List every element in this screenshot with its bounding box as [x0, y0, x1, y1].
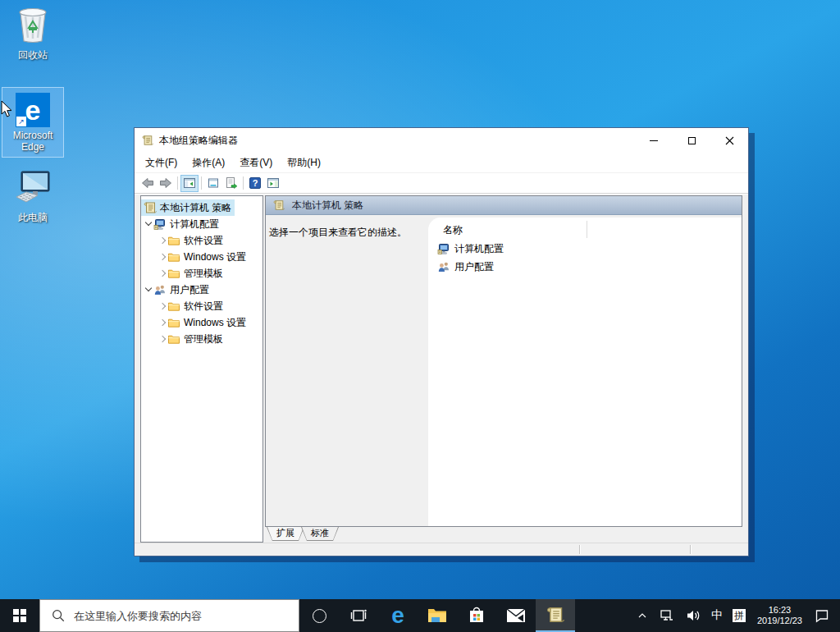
- list-item-computer-configuration[interactable]: 计算机配置: [437, 240, 504, 257]
- column-header-name[interactable]: 名称: [443, 223, 463, 237]
- ime-language-indicator[interactable]: 中: [706, 599, 728, 632]
- ime-mode-indicator[interactable]: 拼: [728, 599, 751, 632]
- menu-action[interactable]: 操作(A): [185, 153, 232, 173]
- title-bar[interactable]: 本地组策略编辑器: [135, 128, 748, 153]
- show-action-pane-button[interactable]: [264, 175, 282, 192]
- export-list-icon: [225, 176, 238, 190]
- console-tree-icon: [183, 176, 196, 190]
- list-item-user-configuration[interactable]: 用户配置: [437, 259, 494, 275]
- results-pane: 本地计算机 策略 选择一个项目来查看它的描述。 名称 计算机配置 用户配置: [265, 195, 742, 527]
- tree-item-computer-windows-settings[interactable]: Windows 设置: [141, 249, 249, 265]
- menu-help[interactable]: 帮助(H): [280, 153, 328, 173]
- back-arrow-icon: [141, 176, 154, 190]
- statusbar-divider: [690, 545, 691, 554]
- tree-item-computer-software-settings[interactable]: 软件设置: [141, 232, 226, 249]
- properties-icon: [207, 176, 220, 190]
- expand-chevron-icon[interactable]: [158, 334, 167, 344]
- tab-extended[interactable]: 扩展: [267, 527, 304, 541]
- start-button[interactable]: [0, 599, 39, 632]
- tree-item-user-software-settings[interactable]: 软件设置: [141, 298, 226, 314]
- tree-item-computer-configuration[interactable]: 计算机配置: [141, 216, 222, 232]
- taskbar-search-box[interactable]: [39, 599, 299, 632]
- toolbar-separator: [201, 176, 202, 190]
- desktop-icon-this-pc[interactable]: 此电脑: [2, 169, 64, 223]
- user-config-icon: [153, 283, 167, 296]
- menu-file[interactable]: 文件(F): [138, 153, 185, 173]
- window-client-area: 本地计算机 策略 计算机配置 软件设置: [135, 195, 748, 556]
- chevron-up-icon: [636, 609, 649, 622]
- forward-arrow-icon: [159, 176, 172, 190]
- action-pane-icon: [267, 176, 280, 190]
- computer-config-icon: [437, 242, 450, 255]
- minimize-button[interactable]: [635, 128, 673, 153]
- search-input[interactable]: [74, 610, 279, 622]
- gpedit-icon: [546, 606, 564, 624]
- console-tree-panel[interactable]: 本地计算机 策略 计算机配置 软件设置: [140, 195, 263, 543]
- close-icon: [725, 136, 734, 145]
- results-header-title: 本地计算机 策略: [292, 199, 363, 213]
- taskbar-gpedit-button[interactable]: [536, 599, 575, 632]
- tab-standard[interactable]: 标准: [301, 527, 339, 541]
- help-button[interactable]: [246, 175, 264, 192]
- export-list-button[interactable]: [222, 175, 240, 192]
- recycle-bin-icon: [14, 3, 52, 44]
- taskbar-store-button[interactable]: [457, 599, 496, 632]
- folder-icon: [167, 267, 180, 280]
- back-button[interactable]: [139, 175, 157, 192]
- clock[interactable]: 16:23 2019/12/23: [751, 605, 809, 626]
- desktop[interactable]: 回收站 e ↗ Microsoft Edge 此电脑 本地组策略编辑器: [0, 0, 840, 632]
- this-pc-icon: [13, 169, 52, 207]
- cortana-button[interactable]: [299, 599, 339, 632]
- user-config-icon: [437, 260, 450, 273]
- menu-bar: 文件(F) 操作(A) 查看(V) 帮助(H): [135, 153, 748, 173]
- show-console-tree-button[interactable]: [180, 175, 199, 192]
- network-status-button[interactable]: [654, 599, 680, 632]
- task-view-icon: [349, 607, 368, 625]
- expand-chevron-icon[interactable]: [158, 268, 167, 278]
- task-view-button[interactable]: [339, 599, 378, 632]
- desktop-icon-microsoft-edge[interactable]: e ↗ Microsoft Edge: [2, 87, 64, 158]
- search-icon: [51, 608, 66, 623]
- statusbar-divider: [579, 545, 580, 554]
- system-tray: 中 拼 16:23 2019/12/23: [631, 599, 840, 632]
- taskbar-mail-button[interactable]: [496, 599, 536, 632]
- computer-config-icon: [153, 218, 167, 231]
- forward-button[interactable]: [157, 175, 175, 192]
- taskbar-edge-button[interactable]: e: [378, 599, 418, 632]
- action-center-button[interactable]: [809, 599, 840, 632]
- help-icon: [249, 176, 262, 190]
- desktop-icon-recycle-bin[interactable]: 回收站: [2, 3, 64, 61]
- menu-view[interactable]: 查看(V): [232, 153, 280, 173]
- volume-button[interactable]: [680, 599, 706, 632]
- column-divider[interactable]: [587, 221, 587, 238]
- edge-icon: e ↗: [16, 93, 50, 127]
- tray-expand-button[interactable]: [631, 599, 654, 632]
- tree-item-user-admin-templates[interactable]: 管理模板: [141, 331, 226, 347]
- collapse-chevron-icon[interactable]: [144, 285, 153, 295]
- expand-chevron-icon[interactable]: [158, 236, 167, 245]
- tree-item-user-windows-settings[interactable]: Windows 设置: [141, 314, 249, 331]
- expand-chevron-icon[interactable]: [158, 301, 167, 311]
- close-button[interactable]: [710, 128, 748, 153]
- folder-icon: [167, 250, 180, 263]
- maximize-button[interactable]: [673, 128, 710, 153]
- properties-button[interactable]: [204, 175, 222, 192]
- clock-date: 2019/12/23: [757, 616, 802, 626]
- taskbar: e: [0, 599, 840, 632]
- taskbar-explorer-button[interactable]: [418, 599, 457, 632]
- file-explorer-icon: [427, 607, 447, 624]
- mail-icon: [506, 608, 526, 623]
- tree-item-computer-admin-templates[interactable]: 管理模板: [141, 265, 226, 282]
- edge-icon: e: [391, 604, 404, 627]
- tree-item-local-computer-policy[interactable]: 本地计算机 策略: [141, 199, 235, 216]
- desktop-icon-label: 回收站: [2, 49, 64, 61]
- network-icon: [659, 607, 675, 624]
- action-center-icon: [814, 607, 830, 624]
- view-tabs: 扩展 标准: [265, 527, 742, 543]
- collapse-chevron-icon[interactable]: [144, 219, 153, 229]
- tree-item-user-configuration[interactable]: 用户配置: [141, 282, 212, 298]
- expand-chevron-icon[interactable]: [158, 318, 167, 327]
- desktop-icon-label: Microsoft Edge: [2, 130, 63, 153]
- policy-scroll-icon: [144, 201, 157, 214]
- expand-chevron-icon[interactable]: [158, 252, 167, 262]
